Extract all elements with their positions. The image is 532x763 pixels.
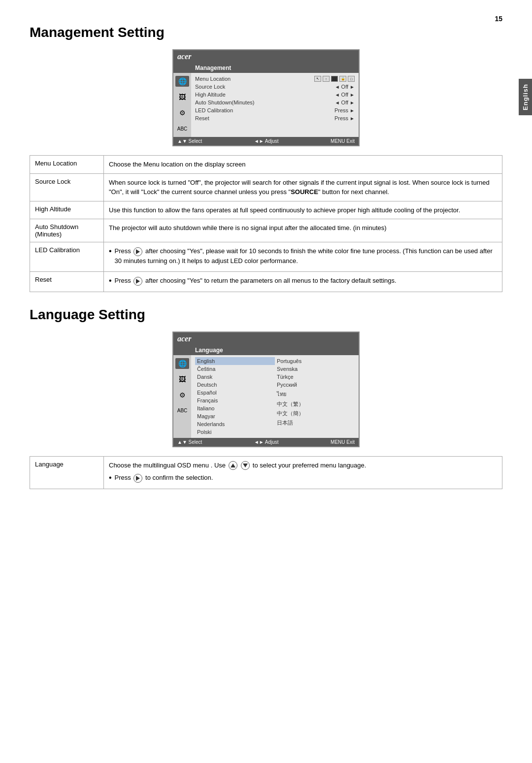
page-number: 15 xyxy=(495,15,502,23)
row-label-led-calibration: LED Calibration xyxy=(30,242,104,272)
play-button-icon xyxy=(133,474,142,483)
osd-icon-image: 🖼 xyxy=(175,92,189,102)
lang-item: Čeština xyxy=(195,365,275,373)
lang-item: 中文（簡） xyxy=(275,409,355,418)
lang-osd-footer-adjust: ◄► Adjust xyxy=(254,439,279,445)
management-heading: Management Setting xyxy=(30,25,502,40)
table-row: Menu Location Choose the Menu location o… xyxy=(30,156,502,174)
lang-osd-icon-settings: ⚙ xyxy=(175,390,189,400)
lang-item: Nederlands xyxy=(195,420,275,428)
lang-item: Português xyxy=(275,357,355,365)
lang-col-right: Português Svenska Türkçe Русский ไทย 中文（… xyxy=(275,357,355,436)
lang-item: Español xyxy=(195,389,275,397)
down-arrow-icon xyxy=(241,461,250,470)
language-heading: Language Setting xyxy=(30,307,502,323)
osd-row-menu-location: Menu Location ↖ ↑ □ 🔒 □ xyxy=(195,75,355,83)
lang-item: Italiano xyxy=(195,404,275,412)
row-label-auto-shutdown: Auto Shutdown(Minutes) xyxy=(30,219,104,242)
play-button-icon xyxy=(133,247,142,256)
osd-row-high-altitude: High Altitude ◄ Off ► xyxy=(195,91,355,99)
lang-osd-icon-image: 🖼 xyxy=(175,374,189,385)
osd-icon-abc: ABC xyxy=(175,123,189,134)
table-row: Auto Shutdown(Minutes) The projector wil… xyxy=(30,219,502,242)
table-row: High Altitude Use this function to allow… xyxy=(30,201,502,219)
row-desc-reset: • Press after choosing "Yes" to return t… xyxy=(104,272,502,292)
menu-location-icons: ↖ ↑ □ 🔒 □ xyxy=(314,76,355,82)
row-desc-high-altitude: Use this function to allow the fans oper… xyxy=(104,201,502,219)
row-label-language: Language xyxy=(30,456,104,489)
osd-footer-exit: MENU Exit xyxy=(331,138,355,144)
lang-item: Magyar xyxy=(195,412,275,420)
row-label-high-altitude: High Altitude xyxy=(30,201,104,219)
osd-icon-management: 🌐 xyxy=(175,76,189,87)
table-row: Reset • Press after choosing "Yes" to re… xyxy=(30,272,502,292)
language-tab: English xyxy=(519,79,532,115)
lang-item: Русский xyxy=(275,381,355,389)
osd-row-source-lock: Source Lock ◄ Off ► xyxy=(195,83,355,91)
lang-item: Dansk xyxy=(195,373,275,381)
lang-item: 中文（繁） xyxy=(275,399,355,409)
lang-item: Français xyxy=(195,397,275,404)
osd-menu-content: Menu Location ↖ ↑ □ 🔒 □ Source Lock ◄ Of… xyxy=(191,73,359,137)
lang-osd-brand: acer xyxy=(177,334,191,343)
language-info-table: Language Choose the multilingual OSD men… xyxy=(30,456,502,489)
row-label-source-lock: Source Lock xyxy=(30,173,104,201)
osd-row-led-calibration: LED Calibration Press ► xyxy=(195,106,355,114)
row-desc-language: Choose the multilingual OSD menu . Use t… xyxy=(104,456,502,489)
table-row: Source Lock When source lock is turned "… xyxy=(30,173,502,201)
lang-item: Deutsch xyxy=(195,381,275,389)
osd-row-auto-shutdown: Auto Shutdown(Minutes) ◄ Off ► xyxy=(195,99,355,106)
osd-row-reset: Reset Press ► xyxy=(195,114,355,122)
play-button-icon xyxy=(133,277,142,286)
lang-osd-footer-exit: MENU Exit xyxy=(331,439,355,445)
row-desc-source-lock: When source lock is turned "Off", the pr… xyxy=(104,173,502,201)
table-row: LED Calibration • Press after choosing "… xyxy=(30,242,502,272)
lang-osd-icon-abc: ABC xyxy=(175,405,189,416)
osd-footer: ▲▼ Select ◄► Adjust MENU Exit xyxy=(173,137,359,145)
row-label-menu-location: Menu Location xyxy=(30,156,104,174)
row-desc-auto-shutdown: The projector will auto shutdown while t… xyxy=(104,219,502,242)
language-osd-screen: acer Language 🌐 🖼 ⚙ ABC English Čeština … xyxy=(172,332,360,447)
osd-brand: acer xyxy=(177,52,191,61)
lang-osd-icon-list: 🌐 🖼 ⚙ ABC xyxy=(173,355,191,438)
lang-osd-footer: ▲▼ Select ◄► Adjust MENU Exit xyxy=(173,438,359,446)
lang-item: Türkçe xyxy=(275,373,355,381)
row-desc-led-calibration: • Press after choosing "Yes", please wai… xyxy=(104,242,502,272)
lang-item: Polski xyxy=(195,428,275,436)
lang-item: Svenska xyxy=(275,365,355,373)
management-info-table: Menu Location Choose the Menu location o… xyxy=(30,155,502,292)
row-desc-menu-location: Choose the Menu location on the display … xyxy=(104,156,502,174)
management-osd-screen: acer Management 🌐 🖼 ⚙ ABC Menu Location … xyxy=(172,49,360,146)
lang-osd-footer-select: ▲▼ Select xyxy=(177,439,202,445)
osd-footer-adjust: ◄► Adjust xyxy=(254,138,279,144)
lang-item: English xyxy=(195,357,275,365)
table-row: Language Choose the multilingual OSD men… xyxy=(30,456,502,489)
lang-osd-menu-content: English Čeština Dansk Deutsch Español Fr… xyxy=(191,355,359,438)
lang-osd-title: Language xyxy=(173,345,359,355)
lang-col-left: English Čeština Dansk Deutsch Español Fr… xyxy=(195,357,275,436)
osd-icon-list: 🌐 🖼 ⚙ ABC xyxy=(173,73,191,137)
lang-osd-icon-globe: 🌐 xyxy=(175,358,189,369)
row-label-reset: Reset xyxy=(30,272,104,292)
osd-icon-settings: ⚙ xyxy=(175,107,189,118)
up-arrow-icon xyxy=(229,461,237,470)
lang-item: ไทย xyxy=(275,389,355,399)
lang-item: 日本語 xyxy=(275,418,355,428)
osd-footer-select: ▲▼ Select xyxy=(177,138,202,144)
osd-menu-title: Management xyxy=(173,63,359,73)
